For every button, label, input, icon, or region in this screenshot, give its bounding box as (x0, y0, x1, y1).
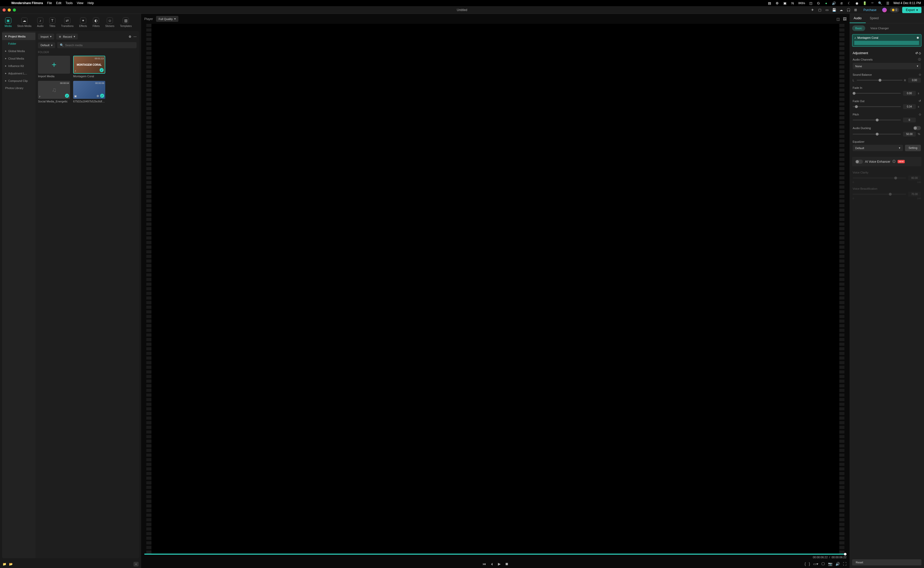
mark-out-button[interactable]: } (809, 562, 810, 566)
tab-effects[interactable]: ✦Effects (77, 16, 89, 29)
tray-icon-1[interactable]: ▤ (767, 1, 772, 5)
ducking-value[interactable]: 50.00 (903, 131, 916, 136)
menu-view[interactable]: View (77, 1, 83, 5)
tab-speed-props[interactable]: Speed (866, 14, 883, 23)
tab-audio[interactable]: ♪Audio (35, 16, 46, 29)
menubar-app-name[interactable]: Wondershare Filmora (11, 1, 43, 5)
reset-button[interactable]: Reset (852, 559, 921, 565)
filter-icon[interactable]: ⚙ (128, 35, 131, 38)
folder-icon[interactable]: 📁 (3, 562, 6, 566)
play-button[interactable]: ▶ (498, 562, 501, 566)
equalizer-settings-button[interactable]: Setting (905, 145, 921, 151)
ratio-dropdown[interactable]: ▭▾ (813, 562, 818, 566)
layout-icon[interactable]: ▭ (825, 8, 829, 12)
search-media-input[interactable] (65, 44, 134, 47)
moon-tray-icon[interactable]: ☾ (847, 1, 852, 5)
subtab-basic[interactable]: Basic (852, 26, 865, 31)
tab-titles[interactable]: TTitles (47, 16, 58, 29)
sidebar-compound-clip[interactable]: ▸Compound Clip (2, 77, 35, 85)
scrub-handle[interactable] (844, 553, 847, 556)
display-tray-icon[interactable]: ⎚ (839, 1, 844, 5)
reset-icon[interactable]: ↺ (919, 99, 921, 103)
sidebar-global-media[interactable]: ▸Global Media (2, 47, 35, 55)
audio-channels-select[interactable]: None▾ (853, 63, 921, 69)
fade-out-value[interactable]: 0.34 (903, 104, 916, 109)
quality-dropdown[interactable]: Full Quality▾ (156, 16, 178, 22)
player-viewport[interactable] (151, 24, 839, 554)
keyframe-dot-icon[interactable]: ◉ (916, 36, 919, 39)
info-icon[interactable]: ⓘ (892, 159, 895, 164)
step-back-button[interactable]: ⏴ (490, 562, 494, 566)
user-avatar[interactable] (882, 8, 887, 12)
headphones-icon[interactable]: 🎧 (847, 8, 851, 12)
fade-out-slider[interactable] (853, 106, 901, 107)
media-item-montagem[interactable]: MONTAGEM CORAL 00:01:13 ♪ ✓ Montagem Cor… (73, 56, 105, 78)
sort-dropdown[interactable]: Default▾ (38, 42, 55, 48)
reset-adjustment-icon[interactable]: ↺ (915, 51, 918, 55)
keyframe-icon[interactable]: ◇ (919, 73, 921, 76)
battery-tray-icon[interactable]: 🔋 (863, 1, 867, 5)
tray-icon-5[interactable]: ◫ (809, 1, 813, 5)
ducking-toggle[interactable] (913, 126, 921, 130)
apple-logo-icon[interactable] (3, 1, 7, 5)
tray-icon-3[interactable]: ▣ (783, 1, 787, 5)
sidebar-cloud-media[interactable]: ▸Cloud Media (2, 55, 35, 62)
menu-help[interactable]: Help (88, 1, 94, 5)
image-icon[interactable]: 🖼 (843, 17, 847, 21)
media-item-social[interactable]: ♫ 00:00:04 ♪ ✓ Social Media_Energetic (38, 81, 70, 103)
volume-tray-icon[interactable]: 🔊 (832, 1, 836, 5)
search-tray-icon[interactable]: 🔍 (878, 1, 882, 5)
snapshot-button[interactable]: 📷 (828, 562, 832, 566)
new-folder-icon[interactable]: 📂 (9, 562, 13, 566)
fade-in-slider[interactable] (853, 93, 901, 94)
ai-enhancer-toggle[interactable] (855, 160, 863, 164)
sidebar-photos-library[interactable]: Photos Library (2, 85, 35, 92)
keyframe-icon[interactable]: ◇ (919, 113, 921, 116)
compare-icon[interactable]: ◫ (836, 17, 840, 21)
volume-button[interactable]: 🔊 (835, 562, 840, 566)
prev-frame-button[interactable]: ⏮ (483, 562, 486, 566)
import-media-tile[interactable]: + Import Media (38, 56, 70, 78)
sidebar-project-media[interactable]: ▾Project Media (2, 33, 35, 40)
balance-value[interactable]: 0.00 (908, 78, 921, 83)
grammarly-tray-icon[interactable]: G (817, 1, 821, 5)
user-tray-icon[interactable]: ◉ (855, 1, 859, 5)
menu-edit[interactable]: Edit (56, 1, 61, 5)
close-window-button[interactable] (3, 9, 6, 12)
tab-transitions[interactable]: ⇄Transitions (59, 16, 76, 29)
control-center-tray-icon[interactable]: ☰ (886, 1, 890, 5)
menubar-datetime[interactable]: Wed 4 Dec 8:11 PM (894, 1, 921, 5)
credits-badge[interactable]: 0 (890, 8, 899, 12)
record-dropdown[interactable]: ◉Record▾ (56, 34, 77, 39)
tab-media[interactable]: ▣Media (2, 16, 14, 29)
fade-in-value[interactable]: 0.00 (903, 91, 916, 96)
apps-icon[interactable]: ⊞ (854, 8, 858, 12)
subtab-voice-changer[interactable]: Voice Changer (867, 26, 892, 31)
tab-stickers[interactable]: ☺Stickers (103, 16, 117, 29)
player-scrubber[interactable] (144, 554, 847, 554)
fullscreen-button[interactable]: ⛶ (843, 562, 847, 566)
settings-tray-icon[interactable]: ⚙ (775, 1, 779, 5)
tab-templates[interactable]: ▥Templates (118, 16, 134, 29)
collapse-sidebar-button[interactable]: ‹ (133, 562, 139, 566)
export-button[interactable]: Export ▾ (902, 7, 921, 13)
info-icon[interactable]: ⓘ (918, 57, 921, 61)
minimize-window-button[interactable] (8, 9, 11, 12)
purchase-button[interactable]: Purchase (861, 7, 879, 13)
keyframe-icon[interactable]: ◇ (919, 51, 921, 55)
device-icon[interactable]: ▢ (818, 8, 822, 12)
ducking-slider[interactable] (853, 134, 901, 134)
display-button[interactable]: 🖵 (821, 562, 825, 566)
search-media-box[interactable]: 🔍 (57, 42, 137, 48)
mark-in-button[interactable]: { (805, 562, 806, 566)
menu-tools[interactable]: Tools (65, 1, 72, 5)
send-icon[interactable]: ✈ (811, 8, 815, 12)
tab-stock-media[interactable]: ☁Stock Media (15, 16, 34, 29)
wifi-tray-icon[interactable]: ⌔ (870, 1, 874, 5)
sidebar-adjustment-layer[interactable]: ▸Adjustment L... (2, 69, 35, 77)
balance-slider[interactable] (857, 80, 903, 81)
sidebar-folder[interactable]: Folder (2, 40, 35, 47)
more-icon[interactable]: ⋯ (133, 35, 137, 38)
pitch-value[interactable]: 0 (903, 118, 916, 122)
equalizer-select[interactable]: Default▾ (853, 145, 903, 151)
